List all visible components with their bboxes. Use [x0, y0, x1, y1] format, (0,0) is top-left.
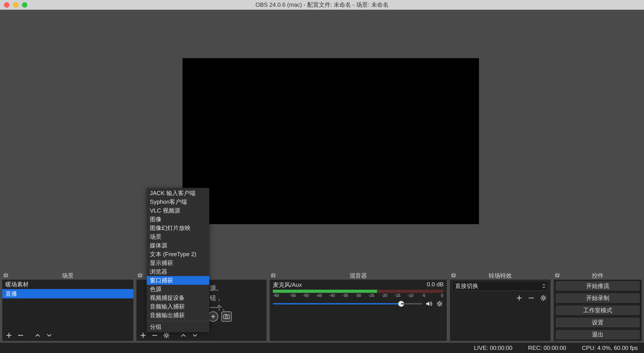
scenes-dock-header: 场景 — [2, 272, 133, 280]
menu-item-syphon[interactable]: Syphon客户端 — [147, 198, 209, 206]
menu-item-video-capture[interactable]: 视频捕捉设备 — [147, 293, 209, 302]
svg-point-7 — [165, 334, 168, 336]
svg-rect-0 — [4, 274, 7, 277]
titlebar: OBS 24.0.6 (mac) - 配置文件: 未命名 - 场景: 未命名 — [0, 0, 644, 10]
menu-item-color-source[interactable]: 色源 — [147, 285, 209, 293]
start-record-button[interactable]: 开始录制 — [556, 293, 640, 302]
transitions-dock: 转场特效 直接切换 — [450, 272, 550, 341]
menu-item-image[interactable]: 图像 — [147, 215, 209, 224]
svg-rect-6 — [225, 314, 227, 315]
menu-item-media[interactable]: 媒体源 — [147, 241, 209, 250]
mixer-dock: 混音器 麦克风/Aux 0.0 dB -60 -55 -50 -45 -40 -… — [270, 272, 447, 341]
menu-item-audio-output[interactable]: 音频输出捕获 — [147, 311, 209, 320]
svg-rect-15 — [556, 273, 560, 276]
scene-item[interactable]: 暖场素材 — [2, 280, 133, 289]
mixer-slider-row — [273, 300, 444, 308]
svg-point-5 — [226, 316, 228, 318]
popout-icon[interactable] — [554, 272, 560, 279]
gear-icon[interactable] — [436, 300, 444, 308]
preview-canvas[interactable] — [182, 58, 479, 224]
menu-item-browser[interactable]: 浏览器 — [147, 267, 209, 276]
move-scene-up-button[interactable] — [33, 330, 42, 340]
sources-empty-line: 何源。 — [204, 283, 266, 293]
menu-item-window-capture[interactable]: 窗口捕获 — [147, 276, 209, 285]
menu-separator — [147, 321, 209, 321]
scenes-list: 暖场素材 直播 — [2, 280, 133, 330]
vu-meter — [273, 290, 444, 293]
svg-rect-1 — [5, 273, 8, 276]
vu-ticks: -60 -55 -50 -45 -40 -35 -30 -25 -20 -15 … — [273, 293, 444, 298]
remove-transition-button[interactable] — [526, 293, 536, 303]
remove-scene-button[interactable] — [16, 330, 26, 340]
controls-dock-header: 控件 — [554, 272, 642, 280]
transition-settings-button[interactable] — [538, 293, 548, 303]
mixer-dock-header: 混音器 — [270, 272, 447, 280]
mixer-channel: 麦克风/Aux 0.0 dB -60 -55 -50 -45 -40 -35 -… — [270, 280, 447, 308]
menu-item-slideshow[interactable]: 图像幻灯片放映 — [147, 224, 209, 232]
menu-item-jack[interactable]: JACK 输入客户端 — [147, 189, 209, 198]
volume-slider[interactable] — [273, 303, 422, 304]
zoom-window-button[interactable] — [22, 2, 27, 8]
scene-item[interactable]: 直播 — [2, 289, 133, 298]
transitions-toolbar — [452, 293, 548, 303]
menu-item-display-capture[interactable]: 显示捕获 — [147, 259, 209, 267]
transitions-body: 直接切换 — [450, 280, 550, 341]
speaker-icon[interactable] — [425, 300, 433, 308]
menu-item-group[interactable]: 分组 — [147, 322, 209, 331]
controls-dock-title: 控件 — [554, 272, 642, 280]
add-transition-button[interactable] — [514, 293, 524, 303]
svg-point-13 — [542, 297, 544, 299]
menu-item-vlc[interactable]: VLC 视频源 — [147, 206, 209, 215]
scenes-toolbar — [2, 330, 133, 341]
transition-selected-label: 直接切换 — [455, 282, 478, 290]
menu-item-audio-input[interactable]: 音频输入捕获 — [147, 302, 209, 311]
add-scene-button[interactable] — [4, 330, 14, 340]
svg-rect-11 — [452, 274, 455, 277]
move-scene-down-button[interactable] — [44, 330, 54, 340]
transitions-dock-title: 转场特效 — [450, 272, 550, 280]
window-title: OBS 24.0.6 (mac) - 配置文件: 未命名 - 场景: 未命名 — [0, 1, 644, 9]
status-rec: REC: 00:00:00 — [528, 344, 566, 351]
controls-body: 开始推流 开始录制 工作室模式 设置 退出 — [554, 280, 642, 341]
settings-button[interactable]: 设置 — [556, 318, 640, 327]
help-plus-icon — [208, 311, 218, 322]
controls-dock: 控件 开始推流 开始录制 工作室模式 设置 退出 — [554, 272, 642, 341]
transitions-dock-header: 转场特效 — [450, 272, 550, 280]
popout-icon[interactable] — [137, 272, 143, 279]
svg-rect-8 — [272, 274, 274, 277]
sources-empty-line: 按钮， — [204, 293, 266, 303]
menu-item-text[interactable]: 文本 (FreeType 2) — [147, 250, 209, 259]
transition-select[interactable]: 直接切换 — [452, 281, 548, 291]
studio-mode-button[interactable]: 工作室模式 — [556, 306, 640, 315]
exit-button[interactable]: 退出 — [556, 330, 640, 339]
popout-icon[interactable] — [450, 272, 456, 279]
svg-rect-12 — [452, 273, 456, 276]
status-cpu: CPU: 4.0%, 60.00 fps — [582, 344, 638, 351]
svg-rect-14 — [556, 274, 558, 277]
svg-rect-2 — [138, 274, 141, 277]
popout-icon[interactable] — [270, 272, 276, 279]
mixer-channel-name: 麦克风/Aux — [273, 281, 302, 289]
status-live: LIVE: 00:00:00 — [474, 344, 512, 351]
mixer-body: 麦克风/Aux 0.0 dB -60 -55 -50 -45 -40 -35 -… — [270, 280, 447, 341]
popout-icon[interactable] — [3, 272, 9, 279]
scenes-dock: 场景 暖场素材 直播 — [2, 272, 133, 341]
help-camera-icon — [222, 311, 232, 322]
menu-item-scene[interactable]: 场景 — [147, 232, 209, 241]
svg-rect-9 — [272, 273, 276, 276]
scenes-dock-title: 场景 — [2, 272, 133, 280]
docks-row: 场景 暖场素材 直播 来源 — [2, 272, 642, 341]
start-stream-button[interactable]: 开始推流 — [556, 281, 640, 290]
close-window-button[interactable] — [4, 2, 10, 8]
mixer-dock-title: 混音器 — [270, 272, 447, 280]
statusbar: LIVE: 00:00:00 REC: 00:00:00 CPU: 4.0%, … — [0, 343, 644, 353]
add-source-context-menu: JACK 输入客户端 Syphon客户端 VLC 视频源 图像 图像幻灯片放映 … — [147, 188, 209, 332]
svg-rect-3 — [139, 273, 142, 276]
sources-hint-icons — [208, 311, 232, 322]
volume-slider-knob[interactable] — [398, 301, 404, 307]
traffic-lights — [0, 2, 27, 8]
chevron-updown-icon — [542, 283, 546, 288]
mixer-channel-level: 0.0 dB — [427, 281, 444, 289]
svg-point-10 — [438, 303, 441, 305]
minimize-window-button[interactable] — [13, 2, 18, 8]
